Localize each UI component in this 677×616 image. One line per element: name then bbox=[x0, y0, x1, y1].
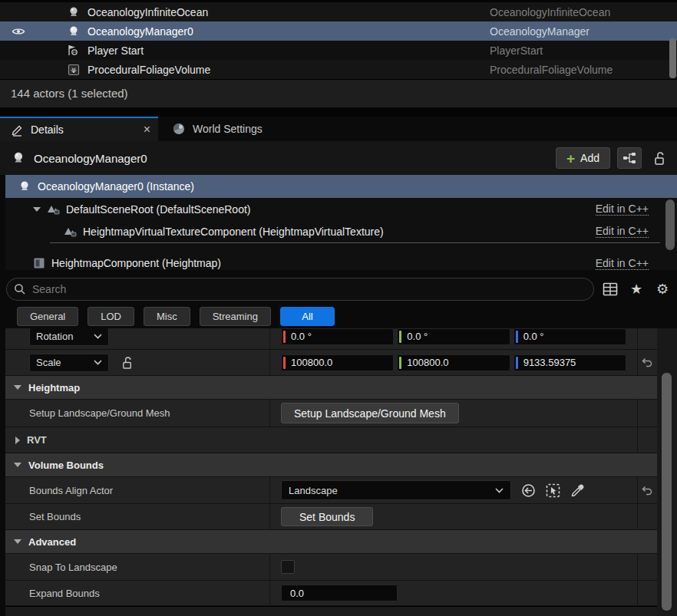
snap-to-landscape-row: Snap To Landscape bbox=[5, 554, 657, 581]
edit-in-cpp-link[interactable]: Edit in C++ bbox=[596, 257, 649, 270]
tab-world-settings[interactable]: World Settings bbox=[158, 117, 276, 141]
filter-streaming[interactable]: Streaming bbox=[200, 307, 271, 326]
eyedropper-icon[interactable] bbox=[570, 483, 585, 498]
search-row: ★ ⚙ bbox=[0, 276, 677, 302]
collapse-arrow-icon bbox=[14, 539, 21, 544]
rvt-group-row[interactable]: RVT bbox=[5, 427, 657, 453]
favorites-button[interactable]: ★ bbox=[626, 282, 646, 296]
gear-icon: ⚙ bbox=[656, 282, 669, 296]
section-advanced[interactable]: Advanced bbox=[5, 530, 657, 554]
rotation-z-field[interactable]: 0.0 ° bbox=[514, 328, 626, 345]
actor-label: OceanologyInfiniteOcean bbox=[88, 6, 208, 18]
actor-type: OceanologyManager bbox=[490, 25, 589, 38]
component-label: OceanologyManager0 (Instance) bbox=[38, 180, 194, 193]
filter-lod[interactable]: LOD bbox=[88, 307, 134, 326]
scale-x-field[interactable]: 100800.0 bbox=[281, 354, 394, 371]
row-gutter bbox=[637, 581, 657, 605]
use-selected-asset-icon[interactable] bbox=[521, 483, 536, 498]
reset-arrow-icon bbox=[642, 486, 653, 496]
edit-in-cpp-link[interactable]: Edit in C++ bbox=[596, 225, 649, 238]
pick-actor-icon[interactable] bbox=[546, 483, 560, 498]
filter-general[interactable]: General bbox=[17, 307, 78, 326]
reset-to-default-button[interactable] bbox=[637, 477, 657, 503]
rotation-mode-dropdown[interactable]: Rotation bbox=[29, 328, 109, 346]
visibility-cell[interactable] bbox=[0, 2, 66, 21]
component-row-default-scene-root[interactable]: DefaultSceneRoot (DefaultSceneRoot) Edit… bbox=[5, 198, 677, 220]
search-input[interactable] bbox=[32, 283, 586, 295]
eye-icon bbox=[12, 25, 25, 38]
expand-arrow-icon[interactable] bbox=[33, 207, 41, 212]
collapse-arrow-icon bbox=[14, 463, 21, 467]
bounds-align-actor-dropdown[interactable]: Landscape bbox=[281, 480, 511, 500]
scale-lock-toggle[interactable] bbox=[121, 356, 134, 370]
lock-details-button[interactable] bbox=[651, 151, 668, 166]
close-icon[interactable]: × bbox=[144, 124, 150, 136]
snap-to-landscape-checkbox[interactable] bbox=[281, 560, 295, 574]
settings-button[interactable]: ⚙ bbox=[652, 282, 672, 296]
components-tree: OceanologyManager0 (Instance) DefaultSce… bbox=[5, 175, 677, 270]
rotation-label: Rotation bbox=[36, 331, 73, 342]
outliner-row-procedural-foliage-volume[interactable]: ProceduralFoliageVolume ProceduralFoliag… bbox=[0, 60, 677, 79]
section-heightmap[interactable]: Heightmap bbox=[5, 376, 657, 400]
filter-all[interactable]: All bbox=[280, 307, 335, 326]
expand-bounds-field[interactable]: 0.0 bbox=[281, 585, 398, 601]
blueprint-graph-button[interactable] bbox=[617, 147, 642, 169]
filter-misc[interactable]: Misc bbox=[144, 307, 190, 326]
heightmap-component-icon bbox=[33, 257, 45, 269]
visibility-cell[interactable] bbox=[0, 41, 66, 60]
scale-mode-dropdown[interactable]: Scale bbox=[29, 354, 109, 372]
component-row-instance[interactable]: OceanologyManager0 (Instance) bbox=[5, 175, 677, 198]
rotation-row: Rotation 0.0 ° 0.0 ° 0.0 ° bbox=[5, 328, 657, 350]
expand-bounds-row: Expand Bounds 0.0 bbox=[5, 581, 657, 606]
tab-details-label: Details bbox=[31, 124, 64, 136]
visibility-cell[interactable] bbox=[0, 60, 66, 79]
setup-landscape-button[interactable]: Setup Landscape/Ground Mesh bbox=[281, 403, 459, 423]
row-gutter bbox=[637, 328, 657, 349]
edit-in-cpp-link[interactable]: Edit in C++ bbox=[596, 203, 649, 216]
row-gutter bbox=[637, 554, 657, 580]
actor-icon bbox=[66, 24, 81, 39]
outliner-scrollbar[interactable] bbox=[669, 38, 676, 78]
table-grid-icon bbox=[603, 282, 618, 296]
component-label: HeightmapComponent (Heightmap) bbox=[51, 257, 221, 269]
search-box[interactable] bbox=[6, 278, 594, 301]
property-grid: Rotation 0.0 ° 0.0 ° 0.0 ° Scale bbox=[5, 328, 657, 616]
row-gutter bbox=[637, 400, 657, 427]
details-scroll-thumb[interactable] bbox=[662, 373, 672, 611]
scale-row: Scale 100800.0 100800.0 9133.59375 bbox=[5, 350, 657, 376]
rotation-y-field[interactable]: 0.0 ° bbox=[397, 328, 510, 345]
components-scrollbar[interactable] bbox=[665, 199, 675, 250]
outliner-row-player-start[interactable]: Player Start PlayerStart bbox=[0, 41, 677, 60]
rotation-row-clipped: Rotation 0.0 ° 0.0 ° 0.0 ° bbox=[5, 328, 657, 350]
set-bounds-button[interactable]: Set Bounds bbox=[281, 507, 373, 526]
scale-y-field[interactable]: 100800.0 bbox=[397, 354, 510, 371]
component-row-heightmap-virtual-texture[interactable]: HeightmapVirtualTextureComponent (Height… bbox=[5, 220, 677, 242]
component-row-heightmap-clipped[interactable]: HeightmapComponent (Heightmap) Edit in C… bbox=[5, 243, 677, 270]
rotation-x-field[interactable]: 0.0 ° bbox=[281, 328, 394, 345]
actor-type: OceanologyInfiniteOcean bbox=[490, 6, 610, 18]
star-icon: ★ bbox=[630, 282, 642, 296]
visibility-cell[interactable] bbox=[0, 21, 66, 41]
add-component-button[interactable]: + Add bbox=[556, 147, 610, 169]
reset-arrow-icon bbox=[642, 357, 653, 367]
chevron-down-icon bbox=[94, 360, 102, 365]
chevron-down-icon bbox=[495, 488, 504, 493]
scene-component-icon bbox=[64, 226, 77, 237]
display-grid-button[interactable] bbox=[600, 282, 620, 296]
details-scroll-track[interactable] bbox=[657, 328, 677, 616]
outliner-rows: OceanologyInfiniteOcean OceanologyInfini… bbox=[0, 0, 677, 79]
section-volume-bounds[interactable]: Volume Bounds bbox=[5, 453, 657, 477]
tab-details[interactable]: Details × bbox=[0, 117, 158, 141]
set-bounds-label: Set Bounds bbox=[29, 511, 81, 522]
scale-z-field[interactable]: 9133.59375 bbox=[514, 354, 626, 371]
unreal-editor-details-panel: OceanologyInfiniteOcean OceanologyInfini… bbox=[0, 0, 677, 616]
actor-label: OceanologyManager0 bbox=[88, 25, 193, 38]
outliner-row-oceanology-manager0[interactable]: OceanologyManager0 OceanologyManager bbox=[0, 21, 677, 41]
outliner-row-oceanology-infinite-ocean[interactable]: OceanologyInfiniteOcean OceanologyInfini… bbox=[0, 2, 677, 21]
actor-label: ProceduralFoliageVolume bbox=[88, 64, 210, 76]
reset-to-default-button[interactable] bbox=[637, 350, 657, 375]
expand-arrow-icon bbox=[15, 436, 20, 444]
unlock-icon bbox=[653, 151, 666, 166]
actor-icon bbox=[18, 180, 31, 193]
actor-type: ProceduralFoliageVolume bbox=[490, 64, 613, 76]
